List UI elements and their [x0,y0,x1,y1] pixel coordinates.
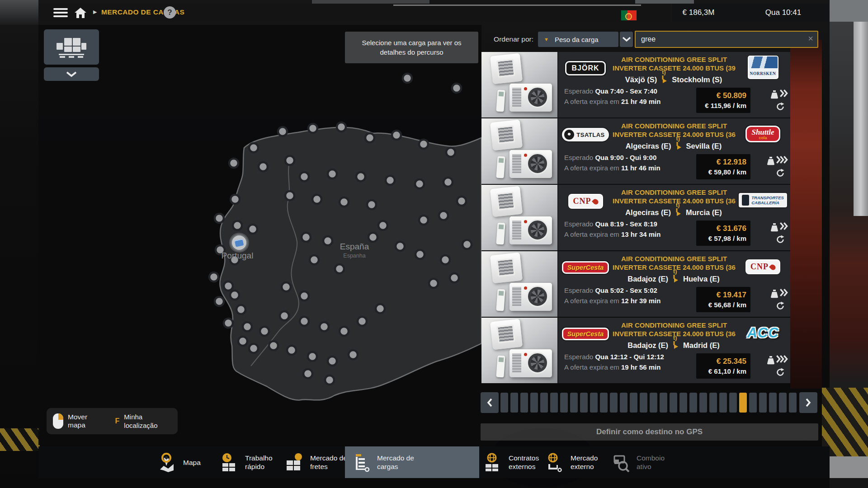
page-block[interactable] [769,393,777,413]
city-dot[interactable] [282,282,291,291]
page-block[interactable] [699,393,707,413]
city-dot[interactable] [356,172,365,181]
city-dot[interactable] [450,273,459,282]
city-dot[interactable] [323,236,332,245]
page-block[interactable] [679,393,687,413]
city-dot[interactable] [320,322,329,331]
city-dot[interactable] [396,242,405,251]
city-dot[interactable] [419,216,428,225]
city-dot[interactable] [457,197,466,206]
city-dot[interactable] [308,124,317,133]
city-dot[interactable] [224,282,233,291]
city-dot[interactable] [340,327,349,336]
page-block[interactable] [550,393,558,413]
page-block[interactable] [510,393,518,413]
collapse-filter-button[interactable] [44,67,99,81]
city-dot[interactable] [340,197,349,206]
city-dot[interactable] [243,322,252,331]
page-block[interactable] [570,393,578,413]
city-dot[interactable] [337,122,346,131]
page-block[interactable] [520,393,528,413]
search-input[interactable] [636,32,817,47]
city-dot[interactable] [328,357,337,366]
next-page-button[interactable] [799,392,817,413]
page-block[interactable] [789,393,797,413]
city-dot[interactable] [441,255,450,264]
city-dot[interactable] [259,162,268,171]
city-dot[interactable] [300,317,309,326]
sort-expand-button[interactable] [620,32,633,47]
city-dot[interactable] [215,297,224,306]
page-block-active[interactable] [739,393,747,413]
cargo-card[interactable]: BJÖRK AIR CONDITIONING GREE SPLITINVERTE… [481,52,790,117]
city-dot[interactable] [238,337,247,346]
city-dot[interactable] [300,291,309,300]
nav-mercado-de-fretes[interactable]: Mercado defretes [281,446,347,478]
page-block[interactable] [580,393,588,413]
city-dot[interactable] [349,350,358,359]
city-dot[interactable] [335,264,344,273]
city-dot[interactable] [452,84,461,93]
city-dot[interactable] [325,375,334,385]
city-dot[interactable] [358,317,367,326]
city-dot[interactable] [378,221,387,230]
city-dot[interactable] [209,272,218,282]
page-block[interactable] [590,393,598,413]
city-dot[interactable] [443,178,453,187]
page-block[interactable] [630,393,637,413]
page-block[interactable] [719,393,727,413]
city-dot[interactable] [236,305,245,314]
city-dot[interactable] [439,211,448,220]
city-dot[interactable] [231,195,240,204]
help-icon[interactable]: ? [164,6,176,19]
city-dot[interactable] [308,352,317,361]
city-dot[interactable] [386,176,395,185]
city-dot[interactable] [303,369,312,378]
city-dot[interactable] [280,311,289,320]
city-dot[interactable] [287,346,296,355]
city-dot[interactable] [230,291,239,300]
nav-trabalho-rapido[interactable]: Trabalhorápido [216,446,273,478]
city-dot[interactable] [368,233,377,242]
page-block[interactable] [620,393,627,413]
page-block[interactable] [779,393,787,413]
sort-dropdown[interactable]: ▼ Peso da carga [538,32,618,47]
city-dot[interactable] [446,148,455,157]
page-block[interactable] [640,393,647,413]
page-block[interactable] [650,393,657,413]
city-dot[interactable] [310,255,319,264]
nav-mercado-externo[interactable]: Mercadoexterno [541,446,598,478]
city-dot[interactable] [233,221,242,230]
clear-search-icon[interactable]: × [808,33,813,44]
page-block[interactable] [759,393,767,413]
menu-icon[interactable] [53,8,68,18]
city-dot[interactable] [249,344,258,353]
player-location-marker[interactable] [231,234,248,251]
city-dot[interactable] [312,195,321,204]
prev-page-button[interactable] [481,392,499,413]
pagination-blocks[interactable] [500,393,798,413]
city-dot[interactable] [365,133,374,142]
home-icon[interactable] [74,7,88,19]
cargo-card[interactable]: SuperCesta AIR CONDITIONING GREE SPLITIN… [481,251,790,317]
page-block[interactable] [610,393,618,413]
city-dot[interactable] [376,304,385,313]
city-dot[interactable] [429,279,438,288]
page-block[interactable] [660,393,667,413]
page-block[interactable] [530,393,538,413]
page-block[interactable] [600,393,608,413]
city-dot[interactable] [249,143,258,152]
city-dot[interactable] [224,319,233,328]
city-dot[interactable] [260,327,269,336]
city-dot[interactable] [269,341,278,350]
page-block[interactable] [500,393,508,413]
page-block[interactable] [749,393,757,413]
page-block[interactable] [670,393,677,413]
city-dot[interactable] [415,250,425,259]
city-dot[interactable] [419,140,428,149]
cargo-card[interactable]: CNP AIR CONDITIONING GREE SPLITINVERTER … [481,185,790,250]
city-dot[interactable] [229,159,238,168]
nav-mapa[interactable]: Mapa [154,446,201,478]
city-dot[interactable] [302,233,311,242]
nav-contratos-externos[interactable]: Contratosexternos [479,446,539,478]
